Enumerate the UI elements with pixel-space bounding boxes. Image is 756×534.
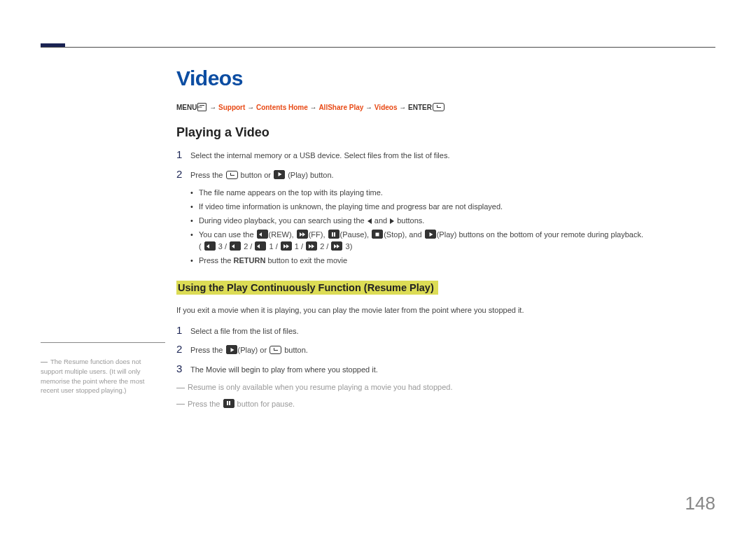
crumb-support: Support bbox=[218, 104, 245, 111]
step-row: 2 Press the (Play) or button. bbox=[176, 343, 715, 357]
enter-icon bbox=[270, 346, 281, 354]
ff-icon bbox=[297, 230, 308, 239]
stop-icon bbox=[372, 230, 383, 239]
sidebar-rule bbox=[41, 342, 165, 343]
bullet-item: The file name appears on the top with it… bbox=[190, 187, 715, 199]
footnote: Resume is only available when you resume… bbox=[176, 381, 715, 394]
enter-icon bbox=[433, 103, 444, 111]
top-rule bbox=[41, 47, 715, 48]
step-number: 3 bbox=[176, 363, 190, 374]
crumb-contents-home: Contents Home bbox=[256, 104, 308, 111]
intro-paragraph: If you exit a movie when it is playing, … bbox=[176, 304, 715, 316]
menu-icon bbox=[197, 103, 206, 111]
step-number: 1 bbox=[176, 324, 190, 336]
breadcrumb: MENU → Support → Contents Home → AllShar… bbox=[176, 103, 715, 111]
rew-icon bbox=[257, 230, 268, 239]
footnote-text: Resume is only available when you resume… bbox=[188, 383, 453, 391]
crumb-enter: ENTER bbox=[408, 104, 432, 111]
page-number: 148 bbox=[685, 493, 715, 514]
crumb-videos: Videos bbox=[374, 104, 398, 111]
rew-icon bbox=[255, 241, 266, 251]
step-row: 1 Select the internal memory or a USB de… bbox=[176, 148, 715, 162]
highlighted-heading: Using the Play Continuously Function (Re… bbox=[176, 281, 438, 295]
dash-icon bbox=[176, 388, 185, 388]
bullet-item: Press the RETURN button to exit the movi… bbox=[190, 255, 715, 267]
sidebar-note-text: The Resume function does not support mul… bbox=[41, 358, 144, 394]
left-arrow-icon bbox=[368, 218, 372, 224]
dash-icon bbox=[41, 362, 48, 363]
dash-icon bbox=[176, 404, 185, 405]
ff-icon bbox=[306, 241, 317, 251]
rew-icon bbox=[230, 241, 241, 251]
rew-icon bbox=[204, 241, 216, 251]
play-icon bbox=[274, 170, 285, 179]
bullet-list: The file name appears on the top with it… bbox=[176, 187, 715, 267]
bullet-item: During video playback, you can search us… bbox=[190, 215, 715, 227]
step-row: 3 The Movie will begin to play from wher… bbox=[176, 363, 715, 377]
content-area: Videos MENU → Support → Contents Home → … bbox=[176, 66, 715, 414]
play-icon bbox=[226, 345, 237, 354]
step-number: 2 bbox=[176, 343, 190, 355]
bullet-item: If video time information is unknown, th… bbox=[190, 201, 715, 213]
pause-icon bbox=[223, 399, 234, 408]
play-icon bbox=[425, 230, 436, 239]
crumb-menu: MENU bbox=[176, 104, 197, 111]
step-text: Press the (Play) or button. bbox=[190, 344, 308, 357]
footnote: Press the button for pause. bbox=[176, 398, 715, 411]
step-row: 1 Select a file from the list of files. bbox=[176, 324, 715, 338]
pause-icon bbox=[328, 230, 340, 239]
enter-icon bbox=[226, 171, 238, 179]
section-heading-playing: Playing a Video bbox=[176, 125, 715, 140]
step-number: 1 bbox=[176, 148, 190, 160]
ff-icon bbox=[281, 241, 292, 251]
crumb-allshare-play: AllShare Play bbox=[318, 104, 363, 111]
step-row: 2 Press the button or (Play) button. bbox=[176, 168, 715, 182]
manual-page: The Resume function does not support mul… bbox=[0, 0, 756, 534]
step-text: Select a file from the list of files. bbox=[190, 325, 299, 338]
step-number: 2 bbox=[176, 168, 190, 180]
ff-icon bbox=[331, 241, 342, 251]
step-text: Select the internal memory or a USB devi… bbox=[190, 150, 449, 162]
step-text: Press the button or (Play) button. bbox=[190, 169, 334, 182]
step-text: The Movie will begin to play from where … bbox=[190, 364, 378, 377]
bullet-item: You can use the (REW), (FF), (Pause), (S… bbox=[190, 229, 715, 253]
page-title: Videos bbox=[176, 66, 715, 90]
right-arrow-icon bbox=[390, 218, 394, 224]
sidebar-note: The Resume function does not support mul… bbox=[41, 357, 163, 395]
